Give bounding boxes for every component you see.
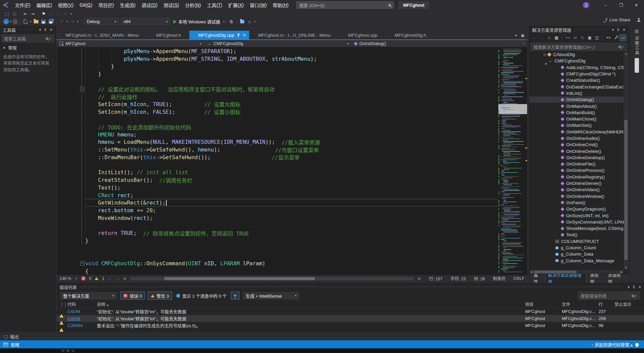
code-line[interactable] [57, 252, 498, 260]
restore-button[interactable]: ❐ [613, 0, 629, 10]
code-line-content[interactable]: Test(); [85, 184, 498, 192]
bookmark-icon[interactable]: ⚑ [40, 10, 47, 17]
code-line-content[interactable] [85, 115, 498, 123]
redo-dropdown-icon[interactable]: ▾ [77, 20, 78, 23]
error-scope-dropdown[interactable]: 整个解决方案▾ [60, 292, 117, 299]
code-line[interactable]: MoveWindow(rect); [57, 214, 498, 222]
column-suppress[interactable]: 禁止显示 [615, 301, 644, 307]
error-code-link[interactable]: C4244 [67, 316, 97, 321]
error-count-icon[interactable]: ✕ [81, 276, 86, 281]
toolbar2-overflow-icon[interactable]: ▾ [254, 20, 256, 23]
tree-item-CMFCghostDlg[interactable]: →CMFCghostDlg [529, 58, 628, 64]
code-line-content[interactable]: rect.bottom += 20; [85, 207, 498, 214]
undo-icon[interactable]: ↶ [58, 18, 65, 25]
zoom-level-dropdown[interactable]: 146 % [59, 276, 71, 281]
refresh-icon[interactable]: ↻ [579, 34, 586, 41]
code-editor[interactable]: pSysMenu->AppendMenu(MF_SEPARATOR);pSysM… [57, 47, 527, 275]
tab-MFCghost.rc - I...U_ONLINE - Menu[interactable]: MFCghost.rc - I...U_ONLINE - Menu [249, 31, 339, 39]
code-line-content[interactable] [85, 161, 498, 169]
feedback-icon[interactable] [637, 18, 641, 22]
hscroll-right-arrow-icon[interactable]: ▶ [419, 277, 421, 280]
code-line[interactable]: ::SetMenu(this->GetSafeHwnd(), hmenu); /… [57, 146, 498, 153]
tab-MFCghostDlg.cpp[interactable]: MFCghostDlg.cpp✕ [189, 31, 249, 39]
column-project[interactable]: 项目 [525, 301, 562, 307]
tree-item-ShowMessage(bool, CString[interactable]: ShowMessage(bool, CString [529, 225, 628, 232]
open-file-icon[interactable] [32, 18, 40, 25]
pin-icon[interactable]: ⊼ [617, 28, 620, 32]
tree-horizontal-scrollbar-thumb[interactable] [534, 271, 577, 273]
preview-selected-items-icon[interactable]: ▭ [620, 34, 626, 41]
code-line[interactable]: InitList(); // init all list [57, 169, 498, 176]
home-icon[interactable]: ⌂ [546, 34, 552, 41]
code-line-content[interactable] [85, 78, 498, 85]
error-row[interactable]: C4244“初始化”: 从“double”转换到“int”，可能丢失数据MFCg… [57, 308, 644, 315]
code-line-content[interactable]: SetIcon(m_hIcon, FALSE); // 设置小图标 [85, 108, 498, 116]
menu-item-分析(N)[interactable]: 分析(N) [182, 0, 204, 10]
tree-item-Test()[interactable]: Test() [529, 232, 628, 238]
tree-item-OnSize(UINT, int, int)[interactable]: OnSize(UINT, int, int) [529, 212, 628, 219]
hot-reload-icon[interactable] [227, 18, 235, 25]
messages-filter-button[interactable]: i 显示 1 个消息中的 0 个 [175, 292, 228, 300]
zoom-dropdown-icon[interactable]: ▾ [75, 277, 77, 280]
view-code-icon[interactable]: <> [605, 34, 612, 41]
code-line[interactable]: −void CMFCghostDlg::OnSysCommand(UINT nI… [57, 260, 498, 267]
tree-item-OnOnlineDelete()[interactable]: OnOnlineDelete() [529, 148, 628, 154]
tree-item-OnOnlineAudio()[interactable]: OnOnlineAudio() [529, 135, 628, 141]
tree-horizontal-scrollbar[interactable]: ◀ ▶ [529, 270, 624, 274]
collapsed-panel-indicator[interactable] [635, 58, 639, 73]
output-collapsed-tab[interactable]: ▢ 输出 [0, 332, 644, 340]
notification-badge[interactable]: 1 [583, 2, 589, 8]
fold-collapse-icon[interactable]: − [80, 261, 85, 266]
box-selection-icon[interactable]: ⬚ [3, 10, 11, 17]
menu-item-测试(S)[interactable]: 测试(S) [160, 0, 182, 10]
copy-icon[interactable]: ▤ [11, 10, 18, 17]
back-icon[interactable]: ← [531, 34, 538, 41]
close-icon[interactable]: ✕ [638, 285, 641, 289]
code-line-content[interactable]: InitList(); // init all list [85, 169, 498, 176]
new-file-dropdown-icon[interactable]: ▾ [30, 20, 31, 23]
code-line-content[interactable]: // TODO: 在此添加额外的初始化代码 [85, 123, 498, 131]
code-line-content[interactable]: ::SetMenu(this->GetSafeHwnd(), hmenu); /… [85, 146, 498, 153]
code-line-content[interactable]: } [85, 70, 498, 78]
scroll-left-icon[interactable]: ◀ [529, 270, 533, 274]
code-line-content[interactable]: MoveWindow(rect); [85, 214, 498, 222]
toolbox-search-input[interactable]: 搜索工具箱 ▾ [1, 34, 54, 42]
error-code-link[interactable]: C4244 [67, 309, 97, 314]
code-line[interactable]: SetIcon(m_hIcon, FALSE); // 设置小图标 [57, 108, 498, 116]
code-line[interactable] [57, 222, 498, 230]
tree-item-OnOnlineVideo()[interactable]: OnOnlineVideo() [529, 187, 628, 193]
code-line-content[interactable]: } [85, 62, 498, 70]
code-line[interactable]: SetIcon(m_hIcon, TRUE); // 设置大图标 [57, 100, 498, 108]
code-line[interactable]: } [57, 237, 498, 245]
background-tasks-icon[interactable] [3, 343, 8, 346]
tree-item-OnMainBuild()[interactable]: OnMainBuild() [529, 109, 628, 116]
breadcrumb-method-dropdown[interactable]: OnInitDialog() + [352, 40, 527, 47]
code-line-content[interactable]: { [85, 267, 498, 275]
code-line[interactable]: pSysMenu->AppendMenu(MF_SEPARATOR); [57, 47, 498, 55]
code-line-content[interactable]: // 执行此操作 [85, 93, 498, 100]
tree-item-OnOnlineCmd()[interactable]: OnOnlineCmd() [529, 141, 628, 148]
switch-views-icon[interactable]: ▦ [553, 34, 560, 41]
chevron-down-icon[interactable]: ▾ [628, 285, 630, 289]
hscroll-left-arrow-icon[interactable]: ◀ [123, 277, 126, 280]
menu-item-帮助(H)[interactable]: 帮助(H) [270, 0, 292, 10]
code-line[interactable]: GetWindowRect(&rect); [57, 199, 498, 207]
tree-item-OnQueryDragIcon()[interactable]: OnQueryDragIcon() [529, 206, 628, 212]
tree-item-g_Column_Data[interactable]: g_Column_Data [529, 251, 628, 257]
collapsed-tab-diagnostic-tools[interactable]: 诊断工具 [634, 36, 640, 55]
tree-item-DoDataExchange(CDataExch[interactable]: DoDataExchange(CDataExch [529, 83, 628, 90]
code-line-content[interactable]: pSysMenu->AppendMenu(MF_STRING, IDM_ABOU… [85, 55, 498, 63]
menu-item-生成(B)[interactable]: 生成(B) [117, 0, 139, 10]
chevron-down-icon[interactable]: ▾ [39, 28, 41, 32]
document-dropdown-icon[interactable]: ▾ [515, 33, 517, 38]
code-line-content[interactable]: hmenu = LoadMenu(NULL, MAKEINTRESOURCE(I… [85, 138, 498, 146]
column-file[interactable]: 文件 [562, 301, 599, 307]
properties-wrench-icon[interactable] [613, 34, 619, 41]
warnings-filter-button[interactable]: 警告 3 [148, 292, 172, 300]
pending-changes-filter-icon[interactable]: ◔▾ [565, 34, 572, 41]
scroll-down-icon[interactable]: ▼ [624, 265, 628, 270]
solution-config-dropdown[interactable]: Debug▾ [84, 18, 119, 25]
code-line[interactable]: } [57, 70, 498, 78]
column-line[interactable]: 行 [599, 301, 615, 307]
errors-filter-button[interactable]: ✕ 错误 0 [120, 292, 145, 300]
